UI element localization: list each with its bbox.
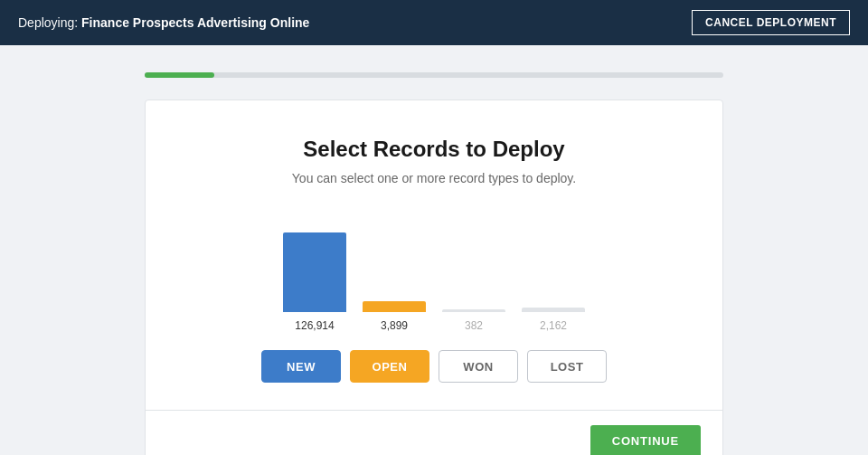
bar-col-new xyxy=(283,232,346,312)
count-lost: 2,162 xyxy=(522,319,585,332)
cancel-deployment-button[interactable]: CANCEL DEPLOYMENT xyxy=(692,10,850,35)
main-content: Select Records to Deploy You can select … xyxy=(0,45,868,455)
card-subtitle: You can select one or more record types … xyxy=(182,171,686,185)
record-btn-open[interactable]: OPEN xyxy=(350,350,429,383)
bar-col-open xyxy=(363,301,426,312)
bar-new xyxy=(283,232,346,312)
deploy-card: Select Records to Deploy You can select … xyxy=(145,100,723,455)
header-title: Deploying: Finance Prospects Advertising… xyxy=(18,15,309,30)
continue-button[interactable]: CONTINUE xyxy=(590,425,701,455)
count-open: 3,899 xyxy=(363,319,426,332)
bar-col-won xyxy=(442,309,505,312)
bar-open xyxy=(363,301,426,312)
record-btn-new[interactable]: NEW xyxy=(261,350,341,383)
bar-chart xyxy=(182,222,686,312)
bar-won xyxy=(442,309,505,312)
bar-counts: 126,914 3,899 382 2,162 xyxy=(182,319,686,332)
bar-col-lost xyxy=(522,308,585,312)
count-new: 126,914 xyxy=(283,319,346,332)
progress-container xyxy=(145,72,723,78)
record-btn-won[interactable]: WON xyxy=(439,350,518,383)
record-type-buttons: NEW OPEN WON LOST xyxy=(182,350,686,383)
card-title: Select Records to Deploy xyxy=(182,137,686,162)
deploying-label: Deploying: xyxy=(18,15,78,30)
progress-track xyxy=(145,72,723,78)
progress-fill xyxy=(145,72,214,78)
bar-lost xyxy=(522,308,585,312)
card-body: Select Records to Deploy You can select … xyxy=(146,100,722,410)
record-btn-lost[interactable]: LOST xyxy=(527,350,607,383)
card-footer: CONTINUE xyxy=(146,410,722,455)
campaign-name: Finance Prospects Advertising Online xyxy=(81,15,309,30)
header: Deploying: Finance Prospects Advertising… xyxy=(0,0,868,45)
count-won: 382 xyxy=(442,319,505,332)
